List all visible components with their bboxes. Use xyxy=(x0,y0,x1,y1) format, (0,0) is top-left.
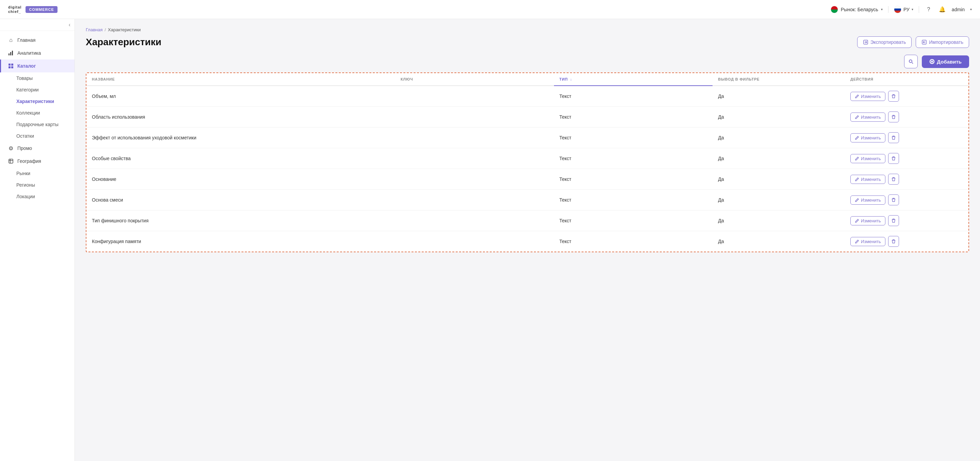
cell-filter: Да xyxy=(713,127,845,148)
cell-filter: Да xyxy=(713,190,845,211)
sidebar-item-locations[interactable]: Локации xyxy=(0,191,75,202)
edit-icon xyxy=(855,156,859,161)
trash-icon xyxy=(891,114,896,119)
sidebar-item-regions[interactable]: Регионы xyxy=(0,179,75,191)
cell-key xyxy=(395,107,554,127)
export-button[interactable]: Экспортировать xyxy=(857,36,912,48)
table-row: Область использования Текст Да Изменить xyxy=(86,107,969,127)
svg-rect-7 xyxy=(9,159,13,163)
sidebar-item-categories[interactable]: Категории xyxy=(0,84,75,95)
market-chevron-icon: ▾ xyxy=(881,8,883,11)
sidebar-item-promo[interactable]: ⚙ Промо xyxy=(0,142,75,155)
svg-rect-6 xyxy=(11,66,13,68)
edit-icon xyxy=(855,115,859,119)
cell-actions: Изменить xyxy=(845,190,969,211)
cell-filter: Да xyxy=(713,211,845,231)
col-header-key: КЛЮЧ xyxy=(395,73,554,86)
delete-button[interactable] xyxy=(888,153,899,164)
cell-filter: Да xyxy=(713,86,845,107)
delete-button[interactable] xyxy=(888,91,899,101)
user-menu[interactable]: admin xyxy=(952,7,965,12)
collapse-button[interactable]: ‹ xyxy=(69,22,70,28)
edit-button[interactable]: Изменить xyxy=(850,195,885,205)
table-row: Основание Текст Да Изменить xyxy=(86,169,969,190)
svg-rect-1 xyxy=(10,52,11,55)
cell-type: Текст xyxy=(554,190,713,211)
geo-icon xyxy=(8,158,14,164)
edit-icon xyxy=(855,94,859,98)
search-button[interactable] xyxy=(904,55,918,68)
edit-button[interactable]: Изменить xyxy=(850,237,885,246)
commerce-badge: COMMERCE xyxy=(25,6,57,13)
edit-icon xyxy=(855,198,859,202)
sidebar-item-analytics[interactable]: Аналитика xyxy=(0,47,75,60)
notifications-icon[interactable]: 🔔 xyxy=(938,5,946,14)
header-divider-1 xyxy=(888,6,888,13)
breadcrumb-home[interactable]: Главная xyxy=(86,27,102,32)
delete-button[interactable] xyxy=(888,215,899,226)
sidebar-item-analytics-label: Аналитика xyxy=(18,50,41,56)
toolbar: Добавить xyxy=(86,55,969,68)
cell-type: Текст xyxy=(554,169,713,190)
cell-actions: Изменить xyxy=(845,211,969,231)
main-content: Главная / Характеристики Характеристики … xyxy=(75,19,980,461)
belarus-flag xyxy=(830,6,838,13)
import-button[interactable]: Импортировать xyxy=(916,36,969,48)
delete-button[interactable] xyxy=(888,236,899,247)
breadcrumb-current: Характеристики xyxy=(108,27,140,32)
cell-type: Текст xyxy=(554,86,713,107)
sidebar-item-markets[interactable]: Рынки xyxy=(0,168,75,179)
cell-filter: Да xyxy=(713,148,845,169)
page-header: Характеристики Экспортировать Импортиров… xyxy=(86,36,969,48)
header-divider-2 xyxy=(919,6,919,13)
cell-key xyxy=(395,127,554,148)
table-row: Особые свойства Текст Да Изменить xyxy=(86,148,969,169)
cell-actions: Изменить xyxy=(845,231,969,252)
delete-button[interactable] xyxy=(888,195,899,205)
sidebar-item-home[interactable]: ⌂ Главная xyxy=(0,34,75,47)
breadcrumb-sep: / xyxy=(105,27,106,32)
trash-icon xyxy=(891,177,896,182)
lang-selector[interactable]: РУ ▾ xyxy=(894,6,913,13)
edit-button[interactable]: Изменить xyxy=(850,112,885,122)
logo: digital chief_ xyxy=(8,5,21,13)
cell-actions: Изменить xyxy=(845,127,969,148)
col-header-type[interactable]: ТИП ↓ xyxy=(554,73,713,86)
sidebar-item-geo[interactable]: География xyxy=(0,155,75,168)
trash-icon xyxy=(891,156,896,161)
search-icon xyxy=(908,59,914,64)
sidebar-item-gift-cards[interactable]: Подарочные карты xyxy=(0,119,75,130)
trash-icon xyxy=(891,94,896,98)
cell-filter: Да xyxy=(713,231,845,252)
help-icon[interactable]: ? xyxy=(924,5,933,14)
lang-chevron-icon: ▾ xyxy=(912,8,913,11)
cell-key xyxy=(395,148,554,169)
edit-button[interactable]: Изменить xyxy=(850,175,885,184)
cell-type: Текст xyxy=(554,231,713,252)
sidebar-item-remainders[interactable]: Остатки xyxy=(0,130,75,142)
delete-button[interactable] xyxy=(888,111,899,122)
home-icon: ⌂ xyxy=(8,37,14,43)
cell-filter: Да xyxy=(713,169,845,190)
sidebar-item-catalog-label: Каталог xyxy=(18,63,36,69)
cell-actions: Изменить xyxy=(845,86,969,107)
sidebar-item-catalog[interactable]: Каталог xyxy=(0,60,75,73)
edit-button[interactable]: Изменить xyxy=(850,154,885,163)
delete-button[interactable] xyxy=(888,174,899,185)
sidebar-item-characteristics[interactable]: Характеристики xyxy=(0,95,75,107)
svg-rect-5 xyxy=(8,66,11,68)
svg-rect-0 xyxy=(8,53,10,55)
cell-name: Конфигурация памяти xyxy=(86,231,395,252)
sidebar-item-collections[interactable]: Коллекции xyxy=(0,107,75,119)
add-button[interactable]: Добавить xyxy=(922,55,969,68)
market-selector[interactable]: Рынок: Беларусь ▾ xyxy=(830,6,883,13)
edit-icon xyxy=(855,177,859,182)
sidebar-item-goods[interactable]: Товары xyxy=(0,73,75,84)
edit-button[interactable]: Изменить xyxy=(850,133,885,143)
characteristics-table: НАЗВАНИЕ КЛЮЧ ТИП ↓ ВЫВОД В ФИЛЬТРЕ ДЕЙС… xyxy=(86,73,969,252)
add-icon xyxy=(929,59,935,64)
col-header-name: НАЗВАНИЕ xyxy=(86,73,395,86)
delete-button[interactable] xyxy=(888,132,899,143)
edit-button[interactable]: Изменить xyxy=(850,92,885,101)
edit-button[interactable]: Изменить xyxy=(850,216,885,225)
